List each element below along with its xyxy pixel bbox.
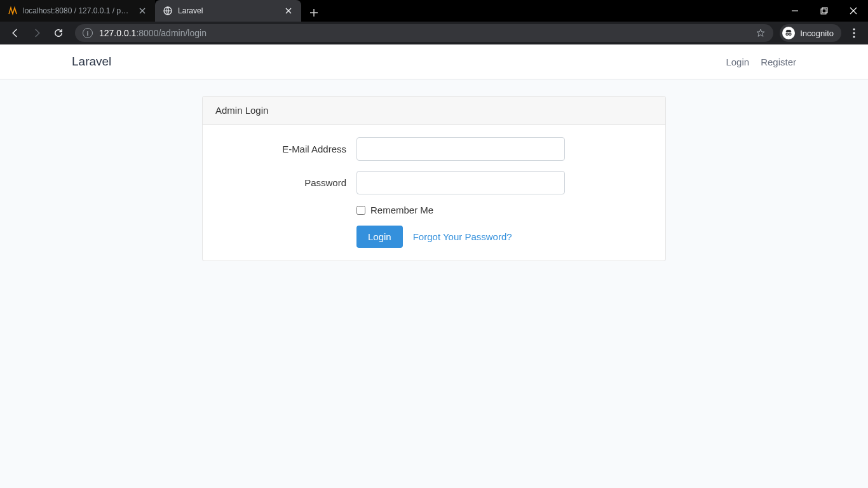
site-info-icon[interactable]: i [83,28,93,38]
incognito-label: Incognito [800,29,834,38]
browser-menu-button[interactable] [845,23,863,43]
browser-tab-laravel[interactable]: Laravel [155,0,301,22]
reload-button[interactable] [48,23,69,43]
remember-me-label: Remember Me [370,205,433,215]
globe-icon [163,6,173,16]
window-minimize-button[interactable] [780,0,810,22]
email-field[interactable] [356,137,565,161]
window-controls [780,0,868,22]
svg-rect-1 [821,9,826,14]
incognito-indicator[interactable]: Incognito [780,24,841,42]
incognito-icon [782,27,795,39]
forgot-password-link[interactable]: Forgot Your Password? [413,231,512,242]
nav-register-link[interactable]: Register [761,57,796,67]
svg-point-5 [853,28,855,30]
svg-point-7 [853,36,855,37]
brand-link[interactable]: Laravel [72,55,111,69]
tab-title: localhost:8080 / 127.0.0.1 / pend… [23,6,132,15]
svg-point-3 [786,33,789,36]
browser-toolbar: i 127.0.0.1:8000/admin/login Incognito [0,22,868,44]
svg-point-4 [789,33,792,36]
new-tab-button[interactable] [305,4,323,22]
remember-me-check[interactable]: Remember Me [356,205,565,215]
login-button[interactable]: Login [356,226,403,248]
nav-login-link[interactable]: Login [726,57,749,67]
password-label: Password [215,177,356,188]
back-button[interactable] [5,23,25,43]
svg-point-6 [853,32,855,34]
close-icon[interactable] [283,6,294,16]
bookmark-star-icon[interactable] [756,28,766,38]
remember-me-checkbox[interactable] [356,206,365,215]
close-icon[interactable] [137,6,147,16]
forward-button[interactable] [27,23,47,43]
url-text: 127.0.0.1:8000/admin/login [99,28,207,38]
login-card: Admin Login E-Mail Address Password [202,96,666,261]
browser-tab-phpmyadmin[interactable]: localhost:8080 / 127.0.0.1 / pend… [0,0,155,22]
card-header: Admin Login [203,97,665,125]
address-bar[interactable]: i 127.0.0.1:8000/admin/login [75,24,773,42]
tab-title: Laravel [178,6,278,15]
window-close-button[interactable] [839,0,868,22]
password-field[interactable] [356,171,565,194]
window-maximize-button[interactable] [810,0,839,22]
phpmyadmin-icon [8,6,18,16]
browser-tab-bar: localhost:8080 / 127.0.0.1 / pend… Larav… [0,0,868,22]
app-navbar: Laravel Login Register [0,44,868,79]
page-viewport: Laravel Login Register Admin Login E-Mai… [0,44,868,488]
email-label: E-Mail Address [215,144,356,154]
svg-rect-2 [822,8,827,13]
